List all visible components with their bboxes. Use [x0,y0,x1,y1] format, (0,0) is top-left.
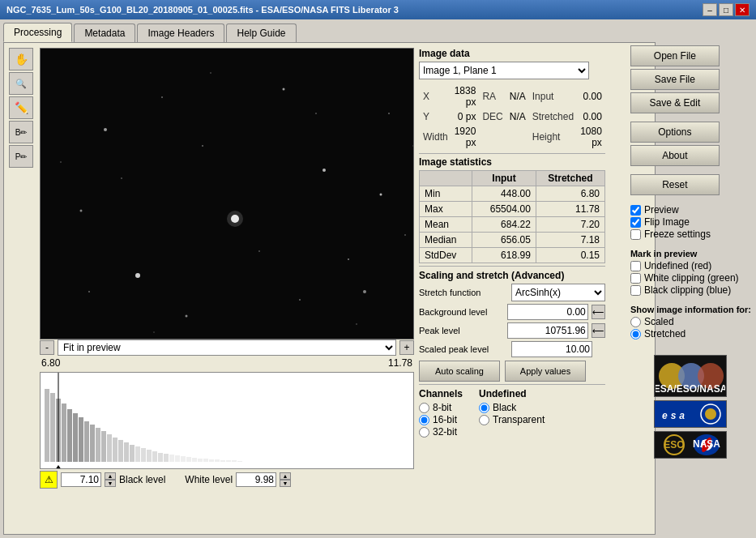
undefined-title: Undefined [479,388,545,399]
svg-point-8 [705,408,716,420]
tab-processing[interactable]: Processing [3,23,72,42]
divider3 [630,299,751,302]
background-level-input[interactable] [507,304,588,320]
peak-level-input[interactable] [507,322,588,339]
svg-point-18 [227,211,243,227]
white-clipping-row: White clipping (green) [630,272,751,284]
tab-help-guide[interactable]: Help Guide [226,23,296,42]
open-file-button[interactable]: Open File [630,45,720,66]
black-level-up[interactable]: ▲ [105,472,116,480]
histogram-svg [41,373,413,468]
window-title: NGC_7635_Lum_50s_G100_BL20_20180905_01_0… [6,5,399,15]
scaled-peak-input[interactable] [511,341,592,357]
white-level-down[interactable]: ▼ [280,480,291,487]
stretched-radio[interactable] [630,329,641,339]
y-label: Y [421,110,451,123]
svg-point-35 [315,113,317,114]
tab-metadata[interactable]: Metadata [74,23,135,42]
histogram-labels: 6.80 11.78 [40,357,414,369]
svg-rect-63 [158,453,163,462]
show-image-info-title: Show image information for: [630,305,751,314]
warning-symbol: ⚠ [45,474,53,485]
black-point-tool-button[interactable]: B✏ [9,121,33,143]
stats-header-row: Input Stretched [420,171,605,186]
svg-rect-57 [124,442,129,462]
eyedrop-tool-button[interactable]: ✏️ [9,96,33,119]
svg-point-37 [60,161,62,163]
preview-checkbox[interactable] [630,205,641,216]
zoom-dropdown[interactable]: Fit in preview [58,339,396,356]
save-file-button[interactable]: Save File [630,69,720,90]
ra-value: N/A [507,84,528,109]
svg-rect-66 [175,455,180,462]
bg-scroll-button[interactable]: ⟵ [592,305,605,319]
auto-scaling-button[interactable]: Auto scaling [419,361,500,382]
zoom-in-button[interactable]: + [399,340,414,355]
zoom-tool-button[interactable]: 🔍 [9,72,33,95]
svg-point-29 [299,299,301,301]
peak-scroll-button[interactable]: ⟵ [592,323,605,338]
white-clipping-checkbox[interactable] [630,273,641,284]
white-level-up[interactable]: ▲ [280,472,291,480]
eso-logo-svg: ESO [660,433,689,457]
image-select[interactable]: Image 1, Plane 1 [419,62,589,79]
window-controls: – □ ✕ [703,3,750,16]
stretched-label: Stretched [644,328,686,339]
width-value: 1920 px [452,125,479,149]
maximize-button[interactable]: □ [719,3,733,16]
pan-tool-button[interactable]: ✋ [9,48,33,70]
16bit-radio[interactable] [419,415,429,425]
white-point-tool-button[interactable]: P✏ [9,145,33,168]
freeze-settings-checkbox[interactable] [630,229,641,240]
background-level-label: Background level [419,307,504,317]
stat-input: 684.22 [472,217,536,233]
svg-rect-16 [41,49,413,339]
stretch-select[interactable]: ArcSinh(x) [511,284,605,301]
about-button[interactable]: About [630,145,720,166]
svg-rect-61 [147,450,152,462]
svg-rect-58 [130,445,135,462]
scaled-peak-row: Scaled peak level [419,341,605,357]
options-button[interactable]: Options [630,122,720,143]
16bit-label: 16-bit [433,414,457,425]
scaled-radio[interactable] [630,317,641,327]
svg-rect-47 [67,409,72,462]
level-controls: ⚠ ▲ ▼ Black level White level ▲ ▼ [40,471,414,489]
32bit-radio[interactable] [419,427,429,438]
svg-rect-74 [220,460,225,462]
stat-input: 656.05 [472,233,536,248]
svg-point-27 [348,258,349,260]
tab-bar: Processing Metadata Image Headers Help G… [0,19,756,42]
svg-point-41 [153,331,155,333]
white-level-input[interactable] [236,472,276,487]
black-radio[interactable] [479,403,489,413]
undefined-red-row: Undefined (red) [630,260,751,271]
flip-image-checkbox[interactable] [630,217,641,228]
stat-input: 448.00 [472,186,536,202]
8bit-radio[interactable] [419,403,429,413]
stat-label: Max [420,202,472,217]
star-field-svg [41,49,413,339]
black-level-down[interactable]: ▼ [105,480,116,487]
svg-point-31 [388,113,390,114]
stats-col-stretched: Stretched [536,171,604,186]
minimize-button[interactable]: – [703,3,717,16]
zoom-out-button[interactable]: - [40,340,54,355]
dec-label: DEC [480,110,505,123]
histogram-max-label: 11.78 [388,357,412,369]
save-edit-button[interactable]: Save & Edit [630,92,720,113]
white-level-spinner: ▲ ▼ [280,472,291,487]
mark-in-preview-section: Mark in preview Undefined (red) White cl… [630,249,751,297]
close-button[interactable]: ✕ [735,3,750,16]
black-clipping-checkbox[interactable] [630,285,641,296]
stats-col-input: Input [472,171,536,186]
scaling-buttons: Auto scaling Apply values [419,361,605,382]
undefined-red-checkbox[interactable] [630,261,641,271]
reset-button[interactable]: Reset [630,174,720,195]
black-level-input[interactable] [61,472,101,487]
apply-values-button[interactable]: Apply values [505,361,586,382]
svg-point-30 [161,96,163,98]
black-clipping-row: Black clipping (blue) [630,284,751,296]
tab-image-headers[interactable]: Image Headers [137,23,224,42]
transparent-radio[interactable] [479,415,489,425]
